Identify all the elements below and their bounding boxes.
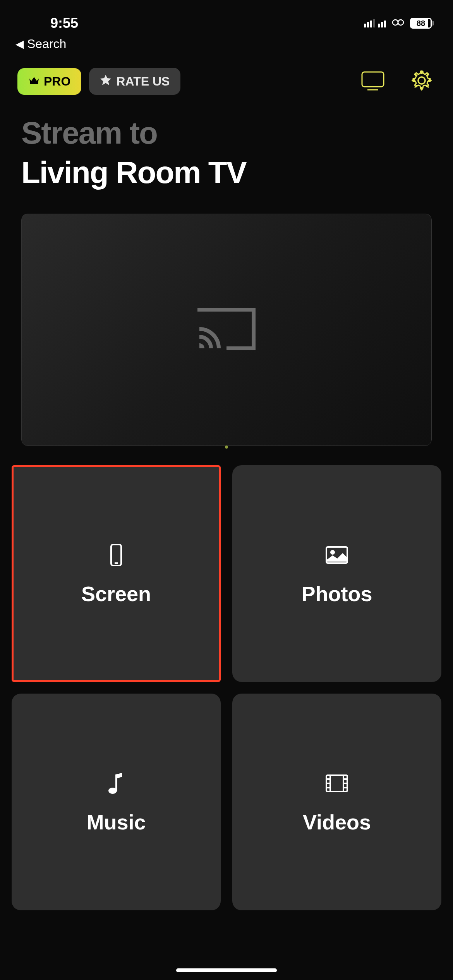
svg-point-8 (331, 551, 334, 554)
crown-icon (28, 74, 40, 89)
film-icon (323, 770, 350, 798)
tv-preview[interactable] (21, 214, 432, 446)
music-note-icon (103, 770, 130, 798)
tile-music-label: Music (86, 810, 146, 834)
pro-button[interactable]: PRO (17, 68, 81, 95)
header: Stream to Living Room TV (0, 104, 453, 198)
cast-icon (196, 304, 257, 356)
signal-icon (364, 19, 386, 27)
tile-screen-label: Screen (81, 582, 151, 606)
svg-rect-2 (362, 72, 384, 87)
back-nav[interactable]: ◀ Search (0, 37, 453, 51)
tile-photos-label: Photos (302, 582, 372, 606)
phone-icon (103, 541, 130, 570)
home-indicator[interactable] (176, 968, 277, 972)
back-label: Search (27, 37, 66, 51)
star-icon (100, 74, 112, 89)
status-bar: 9:55 88 (0, 0, 453, 39)
link-icon (391, 17, 405, 29)
tile-videos-label: Videos (303, 810, 371, 834)
battery-percent: 88 (417, 19, 425, 28)
settings-button[interactable] (408, 67, 436, 96)
cast-device-button[interactable] (357, 67, 388, 95)
svg-rect-5 (111, 545, 121, 565)
back-chevron-icon: ◀ (15, 38, 24, 50)
pro-label: PRO (44, 74, 70, 89)
rate-us-button[interactable]: RATE US (89, 68, 180, 95)
svg-point-4 (418, 77, 425, 84)
svg-point-1 (398, 20, 403, 25)
rate-label: RATE US (116, 74, 170, 89)
stream-to-label: Stream to (21, 115, 432, 151)
toolbar: PRO RATE US (0, 59, 453, 104)
image-icon (323, 541, 350, 570)
status-right: 88 (364, 17, 434, 29)
battery-indicator: 88 (410, 18, 434, 29)
tile-photos[interactable]: Photos (232, 465, 441, 682)
tile-music[interactable]: Music (12, 694, 221, 910)
status-time: 9:55 (50, 15, 78, 31)
tile-videos[interactable]: Videos (232, 694, 441, 910)
device-name: Living Room TV (21, 155, 432, 190)
tile-screen[interactable]: Screen (12, 465, 221, 682)
svg-point-0 (393, 20, 398, 25)
tile-grid: Screen Photos Music (0, 465, 453, 910)
